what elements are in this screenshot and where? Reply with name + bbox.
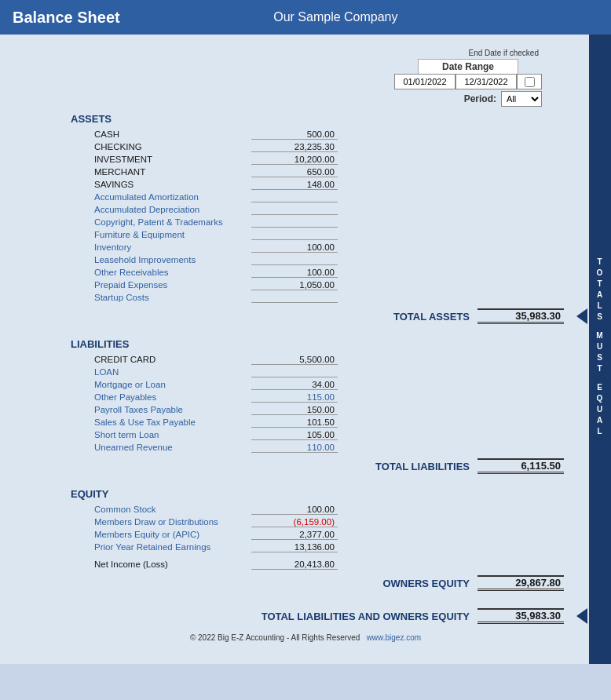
owners-equity-label: OWNERS EQUITY [47, 578, 477, 589]
assets-list: CASH 500.00 CHECKING 23,235.30 INVESTMEN… [47, 128, 564, 304]
sidebar-totals: TOTALS MUST EQUAL [589, 35, 611, 664]
end-date-input[interactable] [456, 74, 517, 89]
list-item: Net Income (Loss) 20,413.80 [47, 558, 564, 571]
footer-link[interactable]: www.bigez.com [367, 633, 421, 642]
list-item: MERCHANT 650.00 [47, 166, 564, 178]
owners-equity-value: 29,867.80 [477, 575, 564, 591]
list-item: Common Stock 100.00 [47, 503, 564, 516]
company-name: Our Sample Company [120, 10, 551, 24]
page-header: Balance Sheet Our Sample Company [0, 0, 611, 35]
list-item: Other Receivables 100.00 [47, 266, 564, 279]
total-equity-arrow [576, 608, 587, 624]
start-date-input[interactable] [394, 74, 456, 89]
list-item: Prior Year Retained Earnings 13,136.00 [47, 541, 564, 553]
list-item: Accumulated Depreciation [47, 203, 564, 216]
list-item: Inventory 100.00 [47, 241, 564, 253]
list-item: Members Draw or Distributions (6,159.00) [47, 516, 564, 528]
list-item: Copyright, Patent & Trademarks [47, 216, 564, 228]
list-item: Sales & Use Tax Payable 101.50 [47, 416, 564, 428]
list-item: CHECKING 23,235.30 [47, 140, 564, 153]
main-content: End Date if checked Date Range Period: [0, 35, 611, 664]
list-item: Short term Loan 105.00 [47, 428, 564, 441]
list-item: Accumulated Amortization [47, 191, 564, 203]
equity-list: Common Stock 100.00 Members Draw or Dist… [47, 503, 564, 571]
date-range-header: Date Range [418, 59, 518, 74]
total-assets-arrow [576, 308, 587, 324]
list-item: Furniture & Equipment [47, 228, 564, 241]
date-controls: End Date if checked Date Range Period: [0, 42, 611, 107]
assets-header: ASSETS [71, 113, 564, 125]
end-date-label: End Date if checked [24, 49, 587, 57]
list-item: CREDIT CARD 5,500.00 [47, 353, 564, 366]
footer-text: © 2022 Big E-Z Accounting - All Rights R… [190, 633, 360, 642]
total-liabilities-row: TOTAL LIABILITIES 6,115.50 [47, 458, 564, 474]
sidebar-text: TOTALS MUST EQUAL [596, 257, 603, 437]
app-container: Balance Sheet Our Sample Company End Dat… [0, 0, 611, 664]
period-label: Period: [464, 93, 496, 104]
total-assets-label: TOTAL ASSETS [47, 311, 477, 323]
list-item: Other Payables 115.00 [47, 391, 564, 403]
list-item: SAVINGS 148.00 [47, 178, 564, 191]
list-item: Startup Costs [47, 291, 564, 304]
liabilities-header: LIABILITIES [71, 338, 564, 350]
end-date-checkbox[interactable] [517, 74, 542, 89]
total-liabilities-equity-value: 35,983.30 [477, 608, 564, 624]
list-item: LOAN [47, 366, 564, 378]
total-assets-value: 35,983.30 [477, 308, 564, 324]
total-liabilities-equity-row: TOTAL LIABILITIES AND OWNERS EQUITY 35,9… [47, 608, 564, 624]
list-item: Members Equity or (APIC) 2,377.00 [47, 528, 564, 541]
liabilities-list: CREDIT CARD 5,500.00 LOAN Mortgage or Lo… [47, 353, 564, 454]
list-item: Payroll Taxes Payable 150.00 [47, 403, 564, 416]
equity-header: EQUITY [71, 488, 564, 500]
page-title: Balance Sheet [13, 9, 120, 27]
list-item: Leasehold Improvements [47, 253, 564, 266]
footer: © 2022 Big E-Z Accounting - All Rights R… [0, 627, 611, 648]
total-assets-row: TOTAL ASSETS 35,983.30 [47, 308, 564, 324]
list-item: Mortgage or Loan 34.00 [47, 378, 564, 391]
list-item: Prepaid Expenses 1,050.00 [47, 279, 564, 291]
period-select[interactable]: All [501, 91, 542, 107]
total-liabilities-value: 6,115.50 [477, 458, 564, 474]
report-body: ASSETS CASH 500.00 CHECKING 23,235.30 IN… [0, 113, 611, 624]
total-liabilities-equity-label: TOTAL LIABILITIES AND OWNERS EQUITY [47, 611, 477, 622]
list-item: INVESTMENT 10,200.00 [47, 153, 564, 166]
total-liabilities-label: TOTAL LIABILITIES [47, 461, 477, 472]
owners-equity-row: OWNERS EQUITY 29,867.80 [47, 575, 564, 591]
list-item: Unearned Revenue 110.00 [47, 441, 564, 454]
list-item: CASH 500.00 [47, 128, 564, 140]
